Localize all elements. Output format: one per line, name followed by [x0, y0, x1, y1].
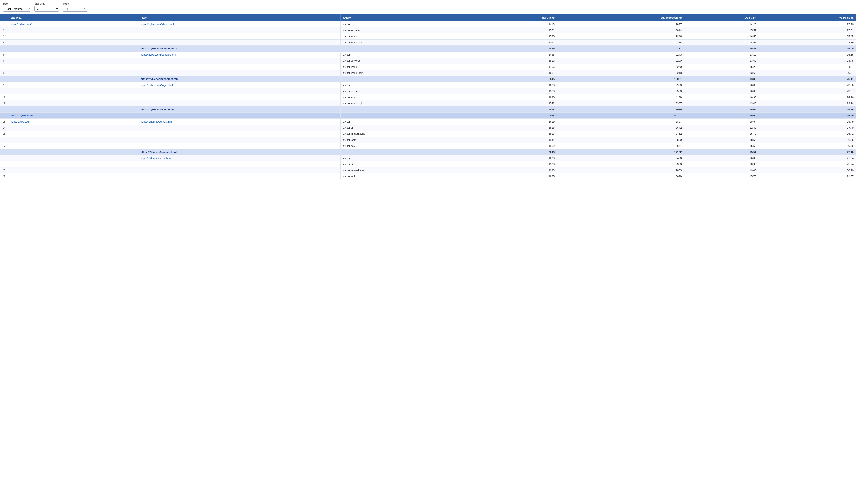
cell-total-impressions: 3307: [557, 101, 684, 107]
cell-site-url: [8, 131, 138, 137]
table-row: 19zylker bi1308236018.9025.74: [0, 161, 856, 167]
cell-query: zylker pay: [341, 143, 466, 149]
data-table-container: Site URL Page ↓ Query ↓ Total Clicks Tot…: [0, 14, 856, 180]
cell-avg-ctr: 13.62: [684, 58, 759, 64]
cell-row-num: 12: [0, 101, 8, 107]
cell-page: https://zylker.com/about.html: [138, 21, 341, 28]
table-row: https://zylker.com/about.html68351471115…: [0, 46, 856, 52]
cell-row-num: [0, 107, 8, 112]
cell-total-impressions: 3218: [557, 70, 684, 76]
cell-row-num: 1: [0, 21, 8, 28]
table-row: 9https://zylker.com/login.htmlzylker1668…: [0, 82, 856, 88]
table-row: 8zylker world login1631321813.6629.84: [0, 70, 856, 76]
cell-total-impressions: 4138: [557, 94, 684, 101]
cell-site-url: [8, 70, 138, 76]
cell-total-clicks: 1813: [466, 131, 557, 137]
cell-site-url: [8, 161, 138, 167]
cell-query: zylker world login: [341, 70, 466, 76]
cell-avg-ctr: 13.43: [684, 101, 759, 107]
cell-total-clicks: 2091: [466, 39, 557, 46]
cell-site-url: [8, 125, 138, 131]
cell-row-num: [0, 112, 8, 119]
table-row: 5https://zylker.com/contact.htmlzylker14…: [0, 52, 856, 58]
cell-page: [138, 167, 341, 174]
cell-row-num: 2: [0, 28, 8, 34]
cell-total-clicks: 1813: [466, 58, 557, 64]
cell-query: zylker: [341, 155, 466, 161]
cell-row-num: 5: [0, 52, 8, 58]
cell-total-clicks: 1435: [466, 52, 557, 58]
cell-total-impressions: 3560: [557, 137, 684, 143]
cell-total-clicks: 20058: [466, 112, 557, 119]
table-body: 1https://zylker.com/https://zylker.com/a…: [0, 21, 856, 180]
page-filter-select[interactable]: All: [63, 6, 87, 12]
table-header-row: Site URL Page ↓ Query ↓ Total Clicks Tot…: [0, 14, 856, 21]
cell-page: [138, 143, 341, 149]
cell-total-clicks: 1223: [466, 155, 557, 161]
cell-total-clicks: 6578: [466, 107, 557, 112]
cell-page: https://Zillum.io/home.html: [138, 155, 341, 161]
cell-avg-ctr: 13.88: [684, 76, 759, 82]
col-page[interactable]: Page ↓: [138, 14, 341, 21]
cell-query: zylker: [341, 82, 466, 88]
cell-site-url: [8, 143, 138, 149]
date-filter-select[interactable]: Last 6 Months Last 3 Months Last Month L…: [3, 6, 31, 12]
cell-page: [138, 137, 341, 143]
cell-page: [138, 28, 341, 34]
cell-row-num: [0, 149, 8, 155]
cell-total-impressions: 3814: [557, 28, 684, 34]
cell-avg-position: 25.46: [759, 112, 856, 119]
table-row: 13https://zylker.eu/https://Zillum.io/co…: [0, 119, 856, 125]
table-row: 17zylker pay1839367115.5530.75: [0, 143, 856, 149]
site-url-filter-select[interactable]: All: [35, 6, 59, 12]
cell-avg-position: 21.37: [759, 174, 856, 180]
cell-total-clicks: 1668: [466, 82, 557, 88]
table-row: 2zylker services1571381415.5225.01: [0, 28, 856, 34]
cell-avg-position: 25.49: [759, 119, 856, 125]
cell-total-impressions: 2360: [557, 161, 684, 167]
cell-avg-ctr: 15.54: [684, 119, 759, 125]
cell-total-clicks: 1766: [466, 64, 557, 70]
cell-total-clicks: 1619: [466, 119, 557, 125]
table-row: 7zylker world1766327015.2824.67: [0, 64, 856, 70]
cell-query: [341, 76, 466, 82]
cell-row-num: 15: [0, 131, 8, 137]
cell-page: [138, 70, 341, 76]
cell-query: zylker in marketing: [341, 131, 466, 137]
cell-avg-ctr: 15.70: [684, 131, 759, 137]
cell-total-impressions: 2877: [557, 21, 684, 28]
cell-row-num: [0, 76, 8, 82]
cell-row-num: 13: [0, 119, 8, 125]
cell-avg-ctr: 13.66: [684, 70, 759, 76]
cell-row-num: 19: [0, 161, 8, 167]
cell-total-impressions: 2426: [557, 155, 684, 161]
cell-avg-position: 26.06: [759, 137, 856, 143]
cell-avg-position: 25.70: [759, 21, 856, 28]
col-avg-ctr: Avg CTR: [684, 14, 759, 21]
cell-page: https://Zillum.io/contact.html: [138, 119, 341, 125]
cell-total-clicks: 1631: [466, 70, 557, 76]
cell-avg-position: 25.26: [759, 107, 856, 112]
cell-page: [138, 125, 341, 131]
cell-row-num: 7: [0, 64, 8, 70]
cell-avg-ctr: 16.36: [684, 94, 759, 101]
cell-site-url: [8, 64, 138, 70]
cell-page: [138, 131, 341, 137]
cell-site-url: [8, 101, 138, 107]
cell-avg-ctr: 14.26: [684, 21, 759, 28]
cell-total-impressions: 2857: [557, 119, 684, 125]
table-row: https://zylker.com/200584070715.0025.46: [0, 112, 856, 119]
cell-query: zylker bi: [341, 125, 466, 131]
cell-avg-ctr: 18.90: [684, 161, 759, 167]
col-query[interactable]: Query ↓: [341, 14, 466, 21]
cell-query: zylker world: [341, 64, 466, 70]
cell-total-impressions: 13021: [557, 76, 684, 82]
cell-page: [138, 39, 341, 46]
cell-avg-ctr: 18.50: [684, 137, 759, 143]
cell-site-url: [8, 76, 138, 82]
cell-site-url: [8, 137, 138, 143]
table-row: 21zylker login1925362915.7521.37: [0, 174, 856, 180]
cell-query: zylker world login: [341, 101, 466, 107]
table-row: 4zylker world login2091417414.9724.19: [0, 39, 856, 46]
cell-total-impressions: 3290: [557, 58, 684, 64]
